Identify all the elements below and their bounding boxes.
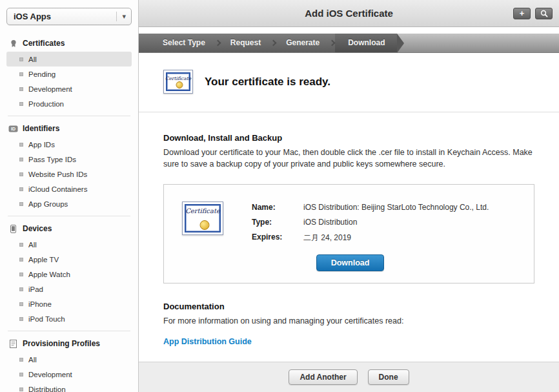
bullet-icon bbox=[19, 317, 23, 321]
sidebar-item-label: Pass Type IDs bbox=[28, 156, 76, 163]
step-download[interactable]: Download bbox=[335, 34, 396, 52]
section-header-certificates: Certificates bbox=[0, 36, 138, 52]
id-badge-icon: ID bbox=[8, 125, 18, 132]
sidebar-item-label: iPhone bbox=[28, 300, 52, 308]
certificate-details-box: Certificate Name: iOS Distribution: Beij… bbox=[163, 184, 534, 284]
step-select-type[interactable]: Select Type bbox=[153, 34, 215, 52]
sidebar-item-label: Development bbox=[28, 371, 72, 378]
search-icon bbox=[540, 10, 548, 17]
app-selector-dropdown[interactable]: iOS Apps ▾ bbox=[6, 8, 132, 25]
active-step-arrow bbox=[397, 34, 404, 53]
bullet-icon bbox=[19, 87, 23, 91]
bullet-icon bbox=[19, 302, 23, 306]
bullet-icon bbox=[19, 287, 23, 291]
svg-text:ID: ID bbox=[11, 127, 15, 131]
sidebar-item-label: Development bbox=[28, 85, 72, 93]
sidebar-item-website-push-ids[interactable]: Website Push IDs bbox=[6, 167, 132, 181]
sidebar-item-label: iPad bbox=[28, 285, 43, 293]
section-label: Identifiers bbox=[23, 124, 59, 133]
plus-icon: + bbox=[520, 9, 525, 17]
sidebar-divider bbox=[8, 331, 130, 331]
bullet-icon bbox=[19, 202, 23, 206]
add-another-button[interactable]: Add Another bbox=[289, 369, 357, 385]
bullet-icon bbox=[19, 102, 23, 106]
sidebar-item-label: iPod Touch bbox=[28, 315, 65, 323]
sidebar-item-icloud-containers[interactable]: iCloud Containers bbox=[6, 181, 132, 196]
sidebar-item-label: Production bbox=[28, 100, 64, 108]
app-selector-label: iOS Apps bbox=[14, 12, 116, 21]
sidebar-item-label: App IDs bbox=[28, 141, 55, 149]
sidebar-divider bbox=[8, 116, 130, 116]
device-icon bbox=[8, 225, 18, 233]
sidebar-item-label: Pending bbox=[28, 70, 56, 78]
sidebar-item-app-groups[interactable]: App Groups bbox=[6, 196, 132, 211]
certificate-image: Certificate bbox=[182, 201, 223, 235]
sidebar-item-label: All bbox=[28, 56, 37, 63]
chevron-right-icon bbox=[214, 40, 221, 46]
bullet-icon bbox=[19, 143, 23, 147]
sidebar-item-ipad[interactable]: iPad bbox=[6, 282, 132, 296]
sidebar-item-certificates-all[interactable]: All bbox=[6, 52, 132, 67]
documentation-heading: Documentation bbox=[163, 302, 536, 311]
app-distribution-guide-link[interactable]: App Distribution Guide bbox=[163, 337, 252, 346]
sidebar-item-profiles-distribution[interactable]: Distribution bbox=[6, 382, 132, 392]
step-request[interactable]: Request bbox=[221, 34, 270, 52]
done-button[interactable]: Done bbox=[368, 369, 409, 385]
sidebar-item-pass-type-ids[interactable]: Pass Type IDs bbox=[6, 152, 132, 167]
certificate-icon bbox=[8, 39, 18, 48]
section-header-identifiers: ID Identifiers bbox=[0, 121, 138, 137]
download-button[interactable]: Download bbox=[316, 254, 385, 271]
sidebar-item-label: All bbox=[28, 356, 37, 364]
certificate-details: Name: iOS Distribution: Beijing StarLoto… bbox=[252, 201, 489, 249]
sidebar-item-devices-all[interactable]: All bbox=[6, 237, 132, 252]
section-label: Devices bbox=[23, 224, 52, 233]
detail-row-expires: Expires: 二月 24, 2019 bbox=[252, 232, 489, 243]
sidebar-item-apple-watch[interactable]: Apple Watch bbox=[6, 267, 132, 282]
bullet-icon bbox=[19, 243, 23, 247]
documentation-body: For more information on using and managi… bbox=[163, 315, 536, 327]
main-header: Add iOS Certificate + bbox=[139, 0, 559, 27]
header-gap bbox=[139, 27, 559, 34]
bullet-icon bbox=[19, 158, 23, 161]
sidebar-item-certificates-production[interactable]: Production bbox=[6, 96, 132, 111]
bullet-icon bbox=[19, 358, 23, 362]
content-area: Certificate Your certificate is ready. D… bbox=[139, 53, 559, 362]
bullet-icon bbox=[19, 57, 23, 61]
sidebar-item-ipod-touch[interactable]: iPod Touch bbox=[6, 311, 132, 326]
bullet-icon bbox=[19, 373, 23, 377]
name-value: iOS Distribution: Beijing StarLoto Techn… bbox=[303, 203, 489, 212]
chevron-right-icon bbox=[329, 40, 336, 46]
sidebar-item-profiles-all[interactable]: All bbox=[6, 352, 132, 367]
sidebar: iOS Apps ▾ Certificates All Pending Deve… bbox=[0, 0, 139, 392]
expires-label: Expires: bbox=[252, 232, 303, 243]
detail-row-type: Type: iOS Distribution bbox=[252, 218, 489, 227]
certificate-details-row: Certificate Name: iOS Distribution: Beij… bbox=[182, 201, 518, 249]
add-certificate-button[interactable]: + bbox=[513, 8, 531, 19]
bullet-icon bbox=[19, 187, 23, 191]
bullet-icon bbox=[19, 172, 23, 176]
sidebar-item-certificates-pending[interactable]: Pending bbox=[6, 67, 132, 81]
download-section-heading: Download, Install and Backup bbox=[163, 133, 536, 143]
sidebar-item-certificates-development[interactable]: Development bbox=[6, 81, 132, 96]
ready-heading: Your certificate is ready. bbox=[205, 76, 330, 88]
profile-icon bbox=[8, 340, 18, 348]
sidebar-item-app-ids[interactable]: App IDs bbox=[6, 137, 132, 152]
download-section-body: Download your certificate to your Mac, t… bbox=[163, 147, 536, 170]
progress-steps: Select Type Request Generate Download bbox=[139, 34, 559, 53]
header-buttons: + bbox=[513, 8, 553, 19]
developer-portal-window: iOS Apps ▾ Certificates All Pending Deve… bbox=[0, 0, 559, 392]
bullet-icon bbox=[19, 258, 23, 262]
sidebar-item-label: Website Push IDs bbox=[28, 170, 87, 178]
certificate-seal-icon bbox=[199, 220, 209, 230]
name-label: Name: bbox=[252, 203, 303, 212]
step-generate[interactable]: Generate bbox=[276, 34, 329, 52]
sidebar-item-profiles-development[interactable]: Development bbox=[6, 367, 132, 382]
type-value: iOS Distribution bbox=[303, 218, 357, 227]
search-button[interactable] bbox=[535, 8, 553, 19]
sidebar-item-apple-tv[interactable]: Apple TV bbox=[6, 252, 132, 267]
content-divider bbox=[139, 112, 559, 112]
chevron-down-icon: ▾ bbox=[116, 12, 126, 21]
sidebar-item-label: Apple TV bbox=[28, 256, 59, 263]
sidebar-item-iphone[interactable]: iPhone bbox=[6, 296, 132, 311]
sidebar-item-label: App Groups bbox=[28, 200, 68, 208]
